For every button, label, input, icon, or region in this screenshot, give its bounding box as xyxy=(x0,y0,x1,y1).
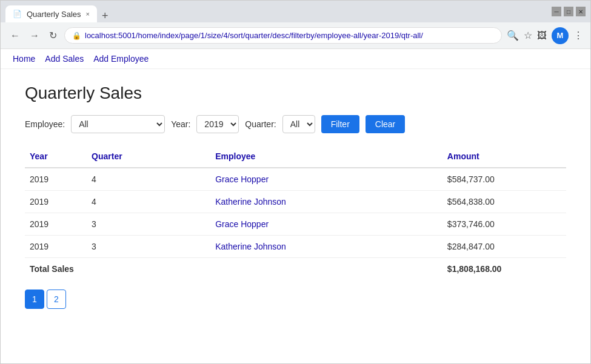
minimize-button[interactable]: ─ xyxy=(552,7,561,16)
cell-employee-3[interactable]: Katherine Johnson xyxy=(210,236,442,258)
total-sales-label: Total Sales xyxy=(25,258,442,280)
cell-amount-1: $564,838.00 xyxy=(442,191,566,213)
table-row: 2019 4 Grace Hopper $584,737.00 xyxy=(25,168,566,191)
table-row: 2019 3 Katherine Johnson $284,847.00 xyxy=(25,236,566,258)
forward-button[interactable]: → xyxy=(27,28,42,44)
cell-year-2: 2019 xyxy=(25,213,87,236)
extension-icon[interactable]: 🖼 xyxy=(537,30,547,41)
cell-amount-0: $584,737.00 xyxy=(442,168,566,191)
lock-icon: 🔒 xyxy=(72,31,81,40)
table-header-row: Year Quarter Employee Amount xyxy=(25,145,566,168)
tab-title: Quarterly Sales xyxy=(27,10,81,19)
tab-favicon: 📄 xyxy=(13,10,22,18)
avatar[interactable]: M xyxy=(552,27,569,44)
cell-amount-2: $373,746.00 xyxy=(442,213,566,236)
filter-button[interactable]: Filter xyxy=(321,115,359,133)
cell-quarter-2: 3 xyxy=(87,213,210,236)
col-header-employee: Employee xyxy=(210,145,442,168)
tab-bar: 📄 Quarterly Sales × + xyxy=(5,1,113,22)
maximize-button[interactable]: □ xyxy=(564,7,573,16)
filter-bar: Employee: All Grace Hopper Katherine Joh… xyxy=(25,115,566,133)
cell-year-3: 2019 xyxy=(25,236,87,258)
page-title: Quarterly Sales xyxy=(25,84,566,103)
nav-add-employee[interactable]: Add Employee xyxy=(93,54,149,64)
bookmark-icon[interactable]: ☆ xyxy=(524,30,532,41)
table-row: 2019 4 Katherine Johnson $564,838.00 xyxy=(25,191,566,213)
browser-frame: 📄 Quarterly Sales × + ─ □ ✕ ← → ↻ 🔒 loca… xyxy=(0,0,591,364)
employee-filter-label: Employee: xyxy=(25,119,65,129)
cell-quarter-3: 3 xyxy=(87,236,210,258)
year-select[interactable]: 2019 2020 2021 xyxy=(196,115,239,133)
quarter-filter-label: Quarter: xyxy=(245,119,276,129)
clear-button[interactable]: Clear xyxy=(366,115,405,133)
cell-quarter-1: 4 xyxy=(87,191,210,213)
table-footer-row: Total Sales $1,808,168.00 xyxy=(25,258,566,280)
active-tab[interactable]: 📄 Quarterly Sales × xyxy=(5,5,97,22)
tab-close-button[interactable]: × xyxy=(86,10,90,18)
url-text: localhost:5001/home/index/page/1/size/4/… xyxy=(85,31,494,40)
cell-employee-2[interactable]: Grace Hopper xyxy=(210,213,442,236)
pagination: 12 xyxy=(25,290,566,309)
total-sales-amount: $1,808,168.00 xyxy=(442,258,566,280)
menu-icon[interactable]: ⋮ xyxy=(573,30,583,41)
title-bar: 📄 Quarterly Sales × + ─ □ ✕ xyxy=(1,1,590,22)
nav-menu: Home Add Sales Add Employee xyxy=(1,49,590,69)
new-tab-button[interactable]: + xyxy=(97,10,113,22)
cell-amount-3: $284,847.00 xyxy=(442,236,566,258)
page-content: Quarterly Sales Employee: All Grace Hopp… xyxy=(1,69,590,363)
cell-employee-0[interactable]: Grace Hopper xyxy=(210,168,442,191)
quarter-select[interactable]: All 1 2 3 4 xyxy=(282,115,315,133)
cell-year-0: 2019 xyxy=(25,168,87,191)
cell-employee-1[interactable]: Katherine Johnson xyxy=(210,191,442,213)
employee-select[interactable]: All Grace Hopper Katherine Johnson xyxy=(71,115,165,133)
back-button[interactable]: ← xyxy=(8,28,22,44)
refresh-button[interactable]: ↻ xyxy=(47,27,59,44)
close-button[interactable]: ✕ xyxy=(576,7,586,16)
col-header-amount: Amount xyxy=(442,145,566,168)
page-button-1[interactable]: 1 xyxy=(25,290,44,309)
nav-add-sales[interactable]: Add Sales xyxy=(45,54,84,64)
cell-quarter-0: 4 xyxy=(87,168,210,191)
col-header-quarter: Quarter xyxy=(87,145,210,168)
nav-home[interactable]: Home xyxy=(13,54,35,64)
col-header-year: Year xyxy=(25,145,87,168)
cell-year-1: 2019 xyxy=(25,191,87,213)
address-bar: ← → ↻ 🔒 localhost:5001/home/index/page/1… xyxy=(1,22,590,49)
address-bar-icons: 🔍 ☆ 🖼 M ⋮ xyxy=(507,27,583,44)
sales-table: Year Quarter Employee Amount 2019 4 Grac… xyxy=(25,145,566,280)
search-icon[interactable]: 🔍 xyxy=(507,30,519,41)
url-bar[interactable]: 🔒 localhost:5001/home/index/page/1/size/… xyxy=(64,27,502,44)
year-filter-label: Year: xyxy=(171,119,190,129)
table-row: 2019 3 Grace Hopper $373,746.00 xyxy=(25,213,566,236)
page-button-2[interactable]: 2 xyxy=(47,290,66,309)
window-controls: ─ □ ✕ xyxy=(552,7,586,16)
